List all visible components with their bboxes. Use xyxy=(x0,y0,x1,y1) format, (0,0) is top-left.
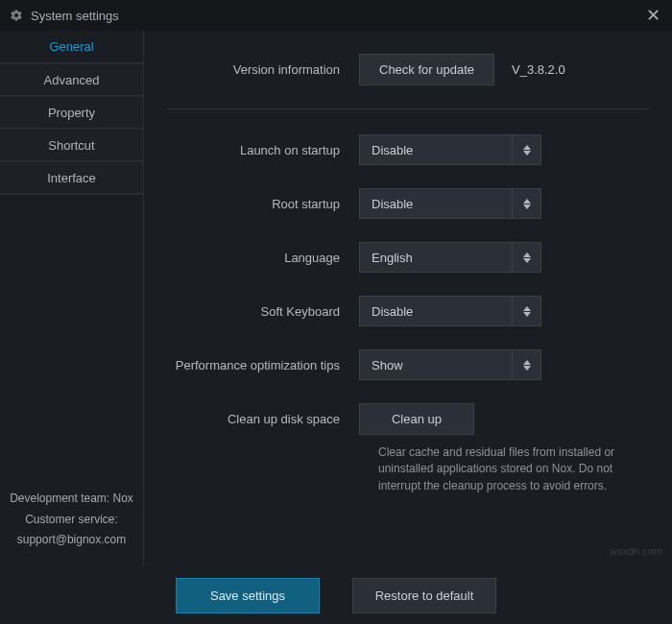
button-label: Check for update xyxy=(379,62,474,77)
select-language[interactable]: English xyxy=(359,242,541,273)
row-language: Language English xyxy=(167,242,649,273)
version-value: V_3.8.2.0 xyxy=(512,62,565,77)
row-launch-startup: Launch on startup Disable xyxy=(167,134,649,165)
watermark: wsxdn.com xyxy=(610,545,662,557)
support-email[interactable]: support@bignox.com xyxy=(8,530,135,551)
select-soft-keyboard[interactable]: Disable xyxy=(359,296,541,326)
window-title: System settings xyxy=(31,9,119,23)
button-label: Clean up xyxy=(392,412,442,426)
dev-team-text: Development team: Nox xyxy=(8,489,135,510)
cleanup-button[interactable]: Clean up xyxy=(359,403,474,435)
label-cleanup: Clean up disk space xyxy=(167,412,359,426)
close-icon: ✕ xyxy=(646,5,660,26)
titlebar: System settings ✕ xyxy=(0,0,672,31)
titlebar-left: System settings xyxy=(10,9,119,23)
control-version: Check for update V_3.8.2.0 xyxy=(359,54,649,85)
sidebar: General Advanced Property Shortcut Inter… xyxy=(0,31,144,566)
content: Version information Check for update V_3… xyxy=(144,31,672,566)
spinner-icon xyxy=(512,350,540,379)
spinner-icon xyxy=(512,189,540,218)
tab-general[interactable]: General xyxy=(0,31,143,63)
row-perf-tips: Performance optimization tips Show xyxy=(167,349,649,380)
tab-label: Shortcut xyxy=(48,138,94,153)
cleanup-help-row: Clear cache and residual files from inst… xyxy=(167,444,649,494)
tab-label: General xyxy=(49,39,93,54)
tab-shortcut[interactable]: Shortcut xyxy=(0,129,143,161)
restore-default-button[interactable]: Restore to default xyxy=(352,578,496,613)
spinner-icon xyxy=(512,135,540,164)
label-version: Version information xyxy=(167,62,359,77)
tab-advanced[interactable]: Advanced xyxy=(0,63,143,96)
sidebar-footer: Development team: Nox Customer service: … xyxy=(0,477,143,566)
save-settings-button[interactable]: Save settings xyxy=(176,578,320,613)
button-label: Save settings xyxy=(210,588,285,603)
tab-label: Interface xyxy=(47,171,96,185)
label-language: Language xyxy=(167,251,359,265)
label-launch-startup: Launch on startup xyxy=(167,143,359,157)
select-value: English xyxy=(372,251,413,265)
body: General Advanced Property Shortcut Inter… xyxy=(0,31,672,566)
label-perf-tips: Performance optimization tips xyxy=(167,358,359,372)
tab-property[interactable]: Property xyxy=(0,96,143,129)
select-launch-startup[interactable]: Disable xyxy=(359,134,541,165)
spinner-icon xyxy=(512,297,540,325)
spinner-icon xyxy=(512,243,540,272)
row-soft-keyboard: Soft Keyboard Disable xyxy=(167,296,649,326)
divider xyxy=(167,108,649,109)
select-perf-tips[interactable]: Show xyxy=(359,349,541,380)
button-label: Restore to default xyxy=(375,588,474,603)
select-root-startup[interactable]: Disable xyxy=(359,188,541,219)
close-button[interactable]: ✕ xyxy=(643,6,662,25)
tab-label: Property xyxy=(48,106,95,120)
gear-icon xyxy=(10,9,23,22)
customer-service-label: Customer service: xyxy=(8,510,135,531)
cleanup-help-text: Clear cache and residual files from inst… xyxy=(378,444,649,494)
row-version: Version information Check for update V_3… xyxy=(167,54,649,85)
row-root-startup: Root startup Disable xyxy=(167,188,649,219)
footer-bar: Save settings Restore to default xyxy=(0,566,672,624)
sidebar-spacer xyxy=(0,194,143,477)
row-cleanup: Clean up disk space Clean up xyxy=(167,403,649,435)
select-value: Show xyxy=(372,358,403,372)
tab-interface[interactable]: Interface xyxy=(0,161,143,194)
select-value: Disable xyxy=(372,197,413,211)
tab-label: Advanced xyxy=(44,73,100,87)
label-root-startup: Root startup xyxy=(167,197,359,211)
select-value: Disable xyxy=(372,304,413,319)
check-update-button[interactable]: Check for update xyxy=(359,54,494,85)
select-value: Disable xyxy=(372,143,413,157)
label-soft-keyboard: Soft Keyboard xyxy=(167,304,359,319)
